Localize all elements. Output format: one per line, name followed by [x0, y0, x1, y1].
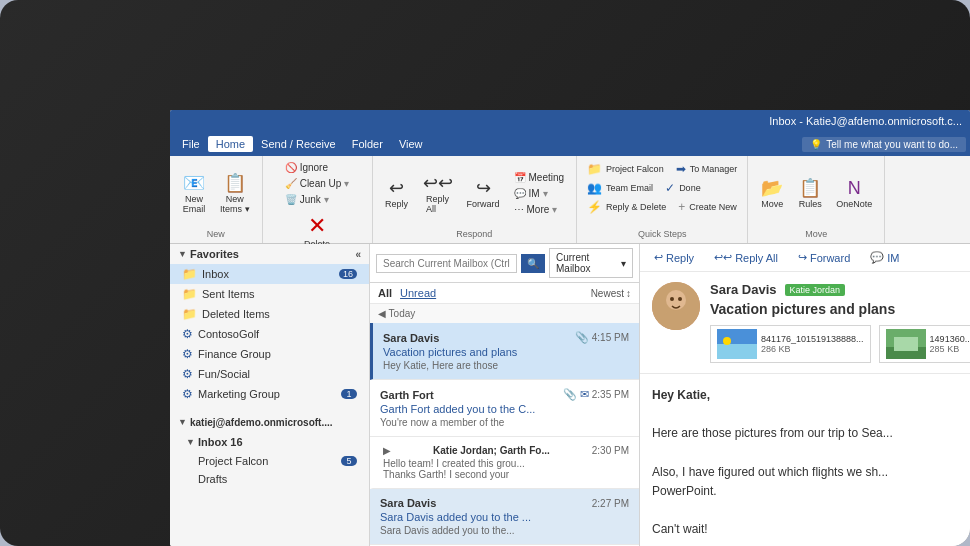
sidebar-item-sent[interactable]: 📁 Sent Items	[170, 284, 369, 304]
reading-reply-all-button[interactable]: ↩↩ Reply All	[708, 248, 784, 267]
falcon-icon: 📁	[587, 162, 602, 176]
message-item-1[interactable]: Sara Davis 📎 4:15 PM Vacation pictures a…	[370, 323, 639, 380]
msg-preview-3: Hello team! I created this grou...	[383, 458, 629, 469]
reply-button[interactable]: ↩ Reply	[379, 164, 415, 224]
sidebar-item-contosogolf[interactable]: ⚙ ContosoGolf	[170, 324, 369, 344]
content-area: ▼ Favorites « 📁 Inbox 16 📁 Sent Items 📁 …	[170, 244, 970, 546]
ribbon-group-move: 📂 Move 📋 Rules N OneNote Move	[748, 156, 885, 243]
menu-folder[interactable]: Folder	[344, 136, 391, 152]
sidebar-item-project-falcon[interactable]: Project Falcon 5	[170, 452, 369, 470]
mailbox-dropdown[interactable]: Current Mailbox ▾	[549, 248, 633, 278]
menu-view[interactable]: View	[391, 136, 431, 152]
collapse-icon[interactable]: «	[355, 249, 361, 260]
delete-icon: ✕	[308, 215, 326, 237]
sidebar-item-funsocial[interactable]: ⚙ Fun/Social	[170, 364, 369, 384]
body-line-2: Here are those pictures from our trip to…	[652, 424, 958, 443]
attachment-2[interactable]: 1491360... 285 KB	[879, 325, 970, 363]
msg-subject-2: Garth Fort added you to the C...	[380, 403, 629, 415]
msg-header-1: Sara Davis 📎 4:15 PM	[383, 331, 629, 344]
move-group-label: Move	[805, 227, 827, 239]
outlook-window: Inbox - KatieJ@afdemo.onmicrosoft.c... F…	[170, 110, 970, 546]
move-button[interactable]: 📂 Move	[754, 169, 790, 219]
reading-im-button[interactable]: 💬 IM	[864, 248, 905, 267]
qs-reply-delete[interactable]: ⚡ Reply & Delete	[583, 198, 670, 216]
respond-sm-buttons: 📅 Meeting 💬 IM ▾ ⋯ More ▾	[508, 170, 571, 217]
move-label: Move	[761, 199, 783, 209]
search-input[interactable]	[376, 254, 517, 273]
reading-forward-button[interactable]: ↪ Forward	[792, 248, 856, 267]
search-button[interactable]: 🔍	[521, 254, 545, 273]
qs-done[interactable]: ✓ Done	[661, 179, 705, 197]
new-items-button[interactable]: 📋 NewItems ▾	[214, 164, 256, 224]
inbox-sub-header[interactable]: ▼ Inbox 16	[170, 432, 369, 452]
qs-project-falcon[interactable]: 📁 Project Falcon	[583, 160, 668, 178]
sidebar-item-inbox[interactable]: 📁 Inbox 16	[170, 264, 369, 284]
msg-preview-2: You're now a member of the	[380, 417, 629, 428]
im-button[interactable]: 💬 IM ▾	[508, 186, 571, 201]
msg-sender-4: Sara Davis	[380, 497, 436, 509]
favorites-header[interactable]: ▼ Favorites «	[170, 244, 369, 264]
move-buttons: 📂 Move 📋 Rules N OneNote	[754, 160, 878, 227]
menu-file[interactable]: File	[174, 136, 208, 152]
attachment-1-info: 841176_101519138888... 286 KB	[761, 334, 864, 354]
cleanup-button[interactable]: 🧹 Clean Up ▾	[279, 176, 356, 191]
qs-row3: ⚡ Reply & Delete + Create New	[583, 198, 741, 216]
reply-all-button[interactable]: ↩↩ ReplyAll	[417, 164, 459, 224]
rules-button[interactable]: 📋 Rules	[792, 169, 828, 219]
tell-me-bar[interactable]: 💡 Tell me what you want to do...	[802, 137, 966, 152]
reading-toolbar: ↩ Reply ↩↩ Reply All ↪ Forward 💬 IM	[640, 244, 970, 272]
attachment-2-info: 1491360... 285 KB	[930, 334, 970, 354]
inbox-folder-icon: 📁	[182, 267, 197, 281]
ignore-icon: 🚫	[285, 162, 297, 173]
sent-folder-icon: 📁	[182, 287, 197, 301]
recipient-tag: Katie Jordan	[785, 284, 846, 296]
more-button[interactable]: ⋯ More ▾	[508, 202, 571, 217]
message-item-2[interactable]: Garth Fort 📎 ✉ 2:35 PM Garth Fort added …	[370, 380, 639, 437]
junk-icon: 🗑️	[285, 194, 297, 205]
reading-subject: Vacation pictures and plans	[710, 301, 970, 317]
avatar-svg	[652, 282, 700, 330]
forward-button[interactable]: ↪ Forward	[461, 164, 506, 224]
msg-icons-2: 📎 ✉ 2:35 PM	[563, 388, 629, 401]
rules-icon: 📋	[799, 179, 821, 197]
reply-all-label: ReplyAll	[426, 194, 449, 214]
body-line-1: Hey Katie,	[652, 386, 958, 405]
reading-reply-button[interactable]: ↩ Reply	[648, 248, 700, 267]
message-item-4[interactable]: Sara Davis 2:27 PM Sara Davis added you …	[370, 489, 639, 545]
menu-home[interactable]: Home	[208, 136, 253, 152]
svg-rect-6	[717, 344, 757, 359]
meeting-button[interactable]: 📅 Meeting	[508, 170, 571, 185]
onenote-button[interactable]: N OneNote	[830, 169, 878, 219]
filter-newest[interactable]: Newest ↕	[591, 288, 631, 299]
attachment-1[interactable]: 841176_101519138888... 286 KB	[710, 325, 871, 363]
sidebar-item-deleted[interactable]: 📁 Deleted Items	[170, 304, 369, 324]
sidebar-item-drafts[interactable]: Drafts	[170, 470, 369, 488]
reading-reply-icon: ↩	[654, 251, 663, 264]
message-item-3[interactable]: ▶ Katie Jordan; Garth Fo... 2:30 PM Hell…	[370, 437, 639, 489]
qs-to-manager[interactable]: ➡ To Manager	[672, 160, 742, 178]
qs-group-label: Quick Steps	[638, 227, 687, 239]
new-email-button[interactable]: 📧 NewEmail	[176, 164, 212, 224]
reply-label: Reply	[385, 199, 408, 209]
svg-point-2	[662, 310, 690, 330]
qs-create-new[interactable]: + Create New	[674, 198, 741, 216]
filter-all[interactable]: All	[378, 287, 392, 299]
sidebar-item-marketing[interactable]: ⚙ Marketing Group 1	[170, 384, 369, 404]
group-arrow: ▶	[383, 445, 391, 456]
device-frame: Inbox - KatieJ@afdemo.onmicrosoft.c... F…	[0, 0, 970, 546]
sort-icon: ↕	[626, 288, 631, 299]
account-header[interactable]: ▼ katiej@afdemo.onmicrosoft....	[170, 412, 369, 432]
qs-team-email[interactable]: 👥 Team Email	[583, 179, 657, 197]
junk-button[interactable]: 🗑️ Junk ▾	[279, 192, 335, 207]
menu-send-receive[interactable]: Send / Receive	[253, 136, 344, 152]
ignore-button[interactable]: 🚫 Ignore	[279, 160, 334, 175]
reading-im-icon: 💬	[870, 251, 884, 264]
msg-header-4: Sara Davis 2:27 PM	[380, 497, 629, 509]
qs-row1: 📁 Project Falcon ➡ To Manager	[583, 160, 741, 178]
deleted-folder-icon: 📁	[182, 307, 197, 321]
filter-unread[interactable]: Unread	[400, 287, 436, 299]
sidebar-item-finance[interactable]: ⚙ Finance Group	[170, 344, 369, 364]
msg-preview-1: Hey Katie, Here are those	[383, 360, 629, 371]
filter-bar: All Unread Newest ↕	[370, 283, 639, 304]
qs-row2: 👥 Team Email ✓ Done	[583, 179, 741, 197]
